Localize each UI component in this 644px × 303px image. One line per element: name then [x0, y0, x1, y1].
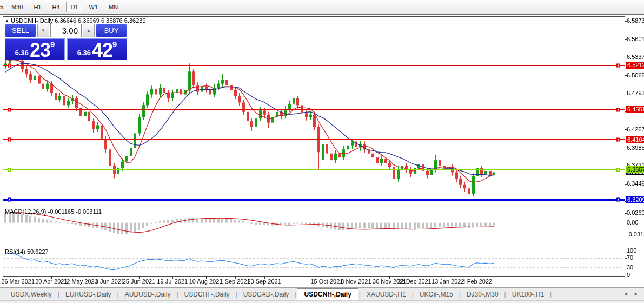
line-price-tag-green: 6.36570: [626, 166, 644, 173]
macd-axis-label: 0.02607: [627, 209, 644, 216]
rsi-axis-label: 100: [627, 247, 636, 254]
price-axis-label: 6.39850: [627, 144, 644, 152]
tab-scroll-arrows[interactable]: ◄ ►: [623, 291, 641, 297]
status-strip: [0, 300, 644, 303]
chart-tab-eurusd-daily[interactable]: EURUSD-,Daily: [60, 289, 117, 300]
rsi-axis-label: 70: [627, 254, 633, 261]
timeframe-button-w1[interactable]: W1: [84, 2, 103, 12]
price-axis-label: 6.42570: [627, 126, 644, 133]
line-price-tag-red: 6.45515: [626, 106, 644, 113]
resistance-line-6.41043[interactable]: [3, 139, 625, 140]
line-anchor-handle[interactable]: [616, 63, 620, 67]
timeframe-button-h1[interactable]: H1: [29, 2, 46, 12]
price-axis-label: 6.50650: [627, 72, 644, 79]
line-anchor-handle[interactable]: [616, 108, 620, 111]
ohlc-close: 6.36239: [124, 17, 146, 24]
volume-increase-button[interactable]: ▲: [83, 24, 95, 37]
one-click-trading-widget: SELL ▼ 3.00 ▲ BUY 6.36 23 9 6.36 42 9: [5, 24, 127, 60]
buy-price-prefix: 6.36: [77, 49, 91, 57]
price-axis-label: 6.58730: [627, 17, 644, 24]
sell-price-prefix: 6.36: [15, 49, 29, 57]
chart-tab-usdchf-daily[interactable]: USDCHF-,Daily: [179, 289, 235, 300]
date-label: 26 Mar 2021: [1, 278, 35, 285]
line-price-tag-red: 6.41043: [626, 136, 644, 143]
volume-decrease-button[interactable]: ▼: [37, 24, 49, 37]
line-anchor-handle[interactable]: [8, 198, 11, 202]
ohlc-open: 6.36646: [55, 17, 76, 24]
line-anchor-handle[interactable]: [616, 198, 620, 202]
chart-tab-uk100-h1[interactable]: UK100-,H1: [507, 289, 549, 300]
date-label: 12 May 2021: [63, 278, 98, 285]
sell-price-sup: 9: [50, 39, 55, 49]
buy-price-sup: 9: [112, 39, 117, 49]
chart-tab-xauusd-h1[interactable]: XAUUSD-,H1: [361, 289, 411, 300]
date-label: 15 Oct 2021: [310, 278, 343, 285]
sell-price-panel[interactable]: 6.36 23 9: [5, 38, 65, 60]
chart-tab-usdcad-daily[interactable]: USDCAD-,Daily: [238, 289, 295, 300]
sell-button[interactable]: SELL: [5, 24, 36, 37]
volume-input[interactable]: 3.00: [50, 24, 82, 37]
date-label: 10 Aug 2021: [189, 278, 223, 285]
chart-tab-usdcnh-daily[interactable]: USDCNH-,Daily: [297, 288, 358, 300]
sell-price-main: 23: [30, 42, 50, 58]
macd-axis-label: 0.00: [627, 219, 638, 226]
tab-separator: |: [549, 291, 552, 298]
rsi-indicator-label: RSI(14) 50.6227: [5, 248, 49, 255]
date-label: 3 Jun 2021: [95, 278, 124, 285]
macd-axis-label: -0.03187: [627, 231, 644, 238]
line-anchor-handle[interactable]: [8, 63, 11, 67]
line-anchor-handle[interactable]: [8, 108, 11, 111]
date-label: 20 Apr 2021: [35, 278, 67, 285]
date-label: 22 Dec 2021: [397, 278, 431, 285]
line-price-tag-red: 6.52126: [626, 62, 644, 69]
symbol-header: ▲ USDCNH-,Daily 6.36646 6.36969 6.35876 …: [5, 17, 146, 24]
rsi-axis-label: 0: [627, 272, 630, 279]
timeframe-button-mn[interactable]: MN: [104, 2, 123, 12]
date-label: 1 Sep 2021: [220, 278, 250, 285]
chart-tab-bar: USDX,Weekly|EURUSD-,Daily|AUDUSD-,Daily|…: [0, 287, 644, 300]
date-label: 13 Jan 2022: [431, 278, 464, 285]
collapse-triangle-icon[interactable]: ▲: [5, 18, 9, 23]
chart-tab-ukoil-m15[interactable]: UKOil-,M15: [414, 289, 459, 300]
ohlc-low: 6.35876: [101, 17, 123, 24]
line-anchor-handle[interactable]: [616, 168, 620, 172]
line-anchor-handle[interactable]: [616, 138, 620, 142]
price-axis-label: 6.53370: [627, 54, 644, 61]
buy-price-panel[interactable]: 6.36 42 9: [67, 38, 127, 60]
symbol-name: USDCNH-,Daily: [11, 17, 53, 24]
chart-tab-dj30-m30[interactable]: DJ30-,M30: [461, 289, 504, 300]
price-axis-label: 6.34490: [627, 180, 644, 187]
date-label: 19 Jul 2021: [157, 278, 188, 285]
macd-indicator-label: MACD(12,26,9) -0.001165 -0.003111: [5, 208, 102, 215]
support-line-6.36570[interactable]: [3, 169, 625, 170]
price-axis-label: 6.56010: [627, 36, 644, 43]
resistance-line-6.52126[interactable]: [3, 65, 625, 66]
chart-tab-audusd-daily[interactable]: AUDUSD-,Daily: [119, 289, 176, 300]
buy-price-main: 42: [92, 42, 112, 58]
price-axis-label: 6.47930: [627, 90, 644, 97]
resistance-line-6.45515[interactable]: [3, 109, 625, 110]
chart-tab-usdx-weekly[interactable]: USDX,Weekly: [5, 289, 57, 300]
timeframe-button-d1[interactable]: D1: [66, 2, 83, 12]
date-label: 4 Feb 2022: [462, 278, 493, 285]
chart-window: ▲ USDCNH-,Daily 6.36646 6.36969 6.35876 …: [0, 14, 644, 287]
date-label: 23 Sep 2021: [247, 278, 281, 285]
date-label: 25 Jun 2021: [123, 278, 156, 285]
ohlc-high: 6.36969: [78, 17, 99, 24]
timeframe-button-m30[interactable]: M30: [6, 2, 28, 12]
support-line-6.32098[interactable]: [3, 199, 625, 201]
date-label: 8 Nov 2021: [341, 278, 371, 285]
timeframe-button-h4[interactable]: H4: [47, 2, 64, 12]
timeframe-toolbar: 5M30H1H4D1W1MN: [0, 0, 644, 14]
line-anchor-handle[interactable]: [8, 168, 11, 172]
buy-button[interactable]: BUY: [96, 24, 127, 37]
timeframe-button-5[interactable]: 5: [0, 2, 5, 12]
line-price-tag-blue: 6.32098: [626, 196, 644, 203]
rsi-axis-label: 30: [627, 264, 633, 271]
line-anchor-handle[interactable]: [8, 138, 11, 142]
